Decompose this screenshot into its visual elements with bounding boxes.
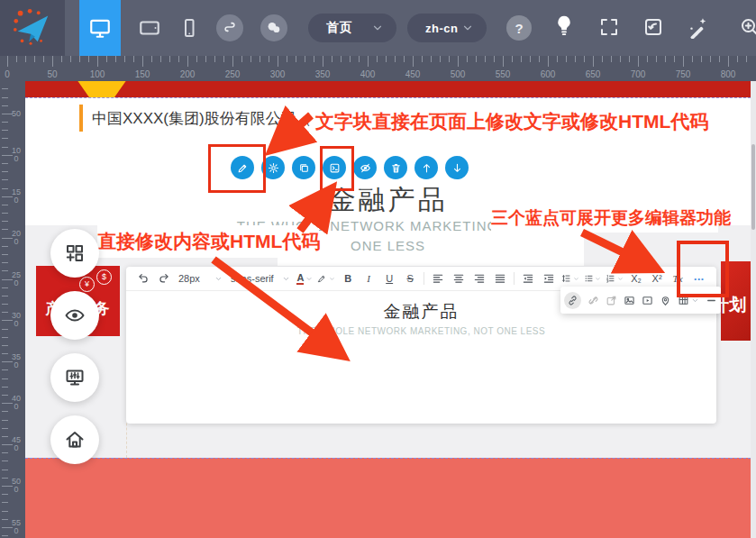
- search-plus-icon: [739, 16, 756, 38]
- map-pin-icon: [660, 295, 671, 306]
- hide-button[interactable]: [353, 156, 377, 179]
- move-down-button[interactable]: [445, 156, 469, 179]
- insert-video-button[interactable]: [642, 295, 653, 306]
- insert-map-button[interactable]: [660, 295, 671, 306]
- zoom-search-button[interactable]: [739, 16, 756, 41]
- ruler-tick: [2, 369, 8, 370]
- device-tablet-button[interactable]: [130, 0, 169, 56]
- modules-button[interactable]: [50, 229, 99, 278]
- device-desktop-button[interactable]: [79, 0, 121, 56]
- align-right-button[interactable]: [469, 269, 489, 287]
- indent-button[interactable]: [539, 269, 559, 287]
- insert-image-button[interactable]: [624, 295, 635, 306]
- align-left-icon: [432, 272, 444, 285]
- italic-button[interactable]: I: [359, 269, 378, 287]
- unlink-icon: [587, 295, 599, 306]
- ruler-tick: [737, 56, 738, 62]
- ruler-tick: [7, 56, 8, 67]
- undo-button[interactable]: [133, 269, 153, 287]
- indent-icon: [542, 272, 555, 285]
- export-button[interactable]: [642, 16, 664, 41]
- wechat-button[interactable]: [260, 14, 287, 41]
- font-size-select[interactable]: 28px: [175, 269, 226, 287]
- numbered-list-button[interactable]: [604, 269, 625, 287]
- text-color-button[interactable]: A: [295, 269, 314, 287]
- ruler-tick: [2, 395, 8, 396]
- bullet-list-button[interactable]: [582, 269, 604, 287]
- design-canvas[interactable]: 中国XXXX(集团)股份有限公司（以 金融产品 THE WHOLE NETWOR…: [25, 81, 751, 538]
- line-height-button[interactable]: [560, 269, 581, 287]
- arrow-up-icon: [421, 162, 433, 174]
- ruler-tick: [2, 287, 8, 288]
- magic-wand-button[interactable]: [686, 15, 709, 42]
- ruler-tick: [70, 56, 71, 62]
- ruler-tick: [169, 56, 170, 62]
- move-up-button[interactable]: [414, 156, 438, 179]
- delete-button[interactable]: [384, 156, 407, 179]
- bold-button[interactable]: B: [338, 269, 358, 287]
- ruler-tick: [359, 56, 360, 62]
- home-button[interactable]: [50, 415, 99, 464]
- align-left-button[interactable]: [428, 269, 448, 287]
- device-phone-button[interactable]: [173, 0, 205, 56]
- editor-content-subtitle[interactable]: THE WHOLE NETWORK MARKETING, NOT ONE LES…: [126, 326, 716, 336]
- annotation-note-3: 三个蓝点可展开更多编辑器功能: [491, 204, 718, 233]
- desktop-icon: [88, 16, 112, 40]
- ruler-tick: [2, 478, 8, 479]
- chevron-down-icon: [617, 275, 624, 283]
- coin-badge: ¥: [79, 277, 95, 292]
- edit-link-button[interactable]: [606, 295, 617, 306]
- ruler-tick: [2, 345, 8, 346]
- canvas-scrollbar[interactable]: [751, 81, 756, 538]
- chevron-down-icon: [461, 22, 474, 34]
- ruler-label: 400: [360, 69, 376, 79]
- display-settings-button[interactable]: [50, 353, 99, 402]
- fullscreen-icon: [598, 16, 620, 38]
- share-button[interactable]: [216, 14, 243, 41]
- redo-button[interactable]: [154, 269, 174, 287]
- annotation-note-2: 直接修改内容或HTML代码: [97, 225, 319, 258]
- ruler-tick: [52, 56, 53, 67]
- ruler-tick: [2, 246, 8, 247]
- duplicate-button[interactable]: [292, 156, 315, 179]
- align-justify-button[interactable]: [490, 269, 510, 287]
- strikethrough-button[interactable]: S: [400, 269, 420, 287]
- company-heading-block[interactable]: 中国XXXX(集团)股份有限公司（以: [79, 105, 327, 132]
- ruler-tick: [620, 56, 621, 62]
- ruler-label: 300: [270, 69, 286, 79]
- subscript-button[interactable]: X₂: [626, 269, 646, 287]
- unlink-button[interactable]: [587, 295, 599, 306]
- chevron-down-icon: [329, 275, 335, 283]
- ruler-tick: [16, 56, 17, 62]
- align-center-button[interactable]: [449, 269, 469, 287]
- ruler-tick: [467, 56, 468, 62]
- underline-button[interactable]: U: [379, 269, 399, 287]
- help-button[interactable]: ?: [506, 15, 532, 41]
- preview-button[interactable]: [50, 291, 99, 340]
- scrollbar-thumb[interactable]: [751, 144, 755, 230]
- ruler-tick: [241, 56, 242, 62]
- vertical-ruler: 50100150200250300350400450500550: [0, 81, 25, 538]
- sep2: [514, 272, 515, 285]
- page-select[interactable]: 首页: [308, 14, 396, 42]
- superscript-button[interactable]: X²: [647, 269, 667, 287]
- site-salmon-section[interactable]: [25, 458, 751, 538]
- ruler-tick: [2, 213, 8, 214]
- top-toolbar: 首页 zh-cn ?: [0, 0, 756, 56]
- app-logo[interactable]: [0, 0, 65, 56]
- language-select[interactable]: zh-cn: [407, 14, 487, 42]
- font-family-select[interactable]: sans-serif: [227, 269, 294, 287]
- ruler-tick: [250, 56, 251, 62]
- fullscreen-button[interactable]: [598, 16, 620, 41]
- outdent-button[interactable]: [518, 269, 538, 287]
- ruler-tick: [2, 147, 8, 148]
- annotation-box-more: [677, 241, 729, 297]
- ruler-tick: [530, 56, 531, 62]
- idea-button[interactable]: [552, 14, 576, 41]
- underline-button-label: U: [386, 273, 393, 284]
- share-icon: [223, 21, 237, 35]
- link-button[interactable]: [564, 292, 581, 309]
- highlight-color-button[interactable]: [315, 269, 337, 287]
- ruler-tick: [701, 56, 702, 62]
- wechat-icon: [266, 20, 282, 36]
